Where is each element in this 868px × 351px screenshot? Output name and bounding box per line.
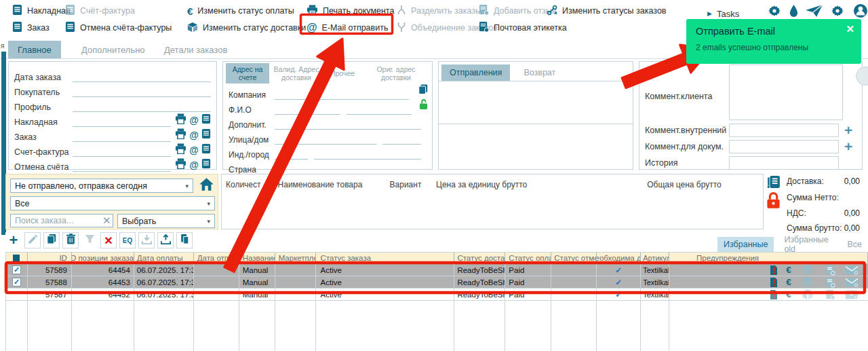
doc-warning-icon[interactable] (768, 289, 779, 300)
client-comment-textarea[interactable] (729, 64, 843, 120)
tab-valid-shipping-address[interactable]: Валид. Адрес доставки (272, 63, 321, 84)
copy-button[interactable] (43, 232, 60, 248)
col-warnings-header[interactable]: Предупреждения (669, 253, 868, 263)
clear-filter-button[interactable]: ✕ (100, 232, 117, 248)
col-cancel-status-header[interactable]: Статус отмены (551, 253, 597, 263)
envelope-warning-icon[interactable] (845, 290, 859, 299)
document-icon[interactable] (201, 143, 211, 157)
row-checkbox[interactable]: ✓ (6, 264, 28, 276)
doc-star-warning-icon[interactable] (825, 265, 835, 276)
fio-first-input[interactable] (275, 105, 340, 115)
col-pay-status-header[interactable]: Статус оплаты (505, 253, 551, 263)
email-icon[interactable]: @ (189, 130, 199, 140)
toolbar-change-statuses-button[interactable]: Изменить статусы заказов (547, 4, 666, 18)
col-article-header[interactable]: Артикул (641, 253, 669, 263)
internal-comment-input[interactable] (729, 124, 839, 137)
doc-comment-input[interactable] (729, 140, 839, 153)
order-date-input[interactable] (73, 72, 211, 82)
paste-button[interactable] (176, 232, 193, 248)
country-code-input[interactable] (275, 164, 308, 174)
house-input[interactable] (382, 134, 422, 145)
document-icon[interactable] (201, 113, 211, 127)
print-icon[interactable] (175, 113, 186, 127)
select-dropdown[interactable]: Выбрать ▾ (117, 214, 215, 228)
additional-input[interactable] (275, 119, 421, 130)
tab-main[interactable]: Главное (8, 41, 61, 58)
buyer-input[interactable] (73, 87, 211, 97)
print-icon[interactable] (175, 143, 186, 157)
col-id-header[interactable]: ID (28, 253, 72, 263)
table-row[interactable]: ✓ 57588 64453 06.07.2025. 17:33:48 Manua… (5, 276, 868, 289)
delete-button[interactable] (62, 232, 79, 248)
envelope-warning-icon[interactable] (845, 278, 859, 287)
tab-returns[interactable]: Возврат (515, 64, 564, 81)
bill-input[interactable] (73, 147, 171, 157)
col-pos-header[interactable]: ID позиции заказа (72, 253, 134, 263)
col-paid-header[interactable]: Дата оплаты (134, 253, 194, 263)
import-button[interactable] (138, 232, 155, 248)
row-checkbox[interactable] (6, 289, 28, 300)
col-need-header[interactable]: Необходима д... (597, 253, 641, 263)
tasks-button[interactable]: ▶ Tasks (707, 7, 739, 20)
package-warning-icon[interactable] (801, 264, 814, 276)
street-input[interactable] (275, 134, 376, 145)
package-warning-icon[interactable] (801, 289, 814, 300)
tab-billing-address[interactable]: Адрес на счете (226, 63, 269, 84)
fio-last-input[interactable] (347, 105, 412, 115)
add-row-button[interactable]: + (5, 232, 22, 248)
toolbar-ship-status-button[interactable]: Изменить статус доставки (187, 21, 306, 35)
city-input[interactable] (314, 149, 421, 160)
profile-input[interactable] (73, 102, 211, 112)
tab-additional[interactable]: Дополнительно (72, 41, 155, 58)
envelope-warning-icon[interactable] (845, 265, 859, 275)
col-order-status-header[interactable]: Статус заказа (316, 253, 455, 263)
email-icon[interactable]: @ (189, 115, 199, 125)
row-checkbox[interactable]: ✓ (6, 276, 28, 288)
toolbar-order-button[interactable]: Заказ (12, 21, 50, 35)
advanced-search-button[interactable]: EQ (119, 232, 136, 248)
doc-star-warning-icon[interactable] (825, 277, 835, 288)
filter-button[interactable] (81, 232, 98, 248)
email-icon[interactable]: @ (189, 145, 199, 155)
toolbar-bill-button[interactable]: Счёт-фактура (65, 4, 135, 18)
col-name-header[interactable]: Название ... (239, 253, 275, 263)
print-icon[interactable] (175, 128, 186, 142)
copy-address-icon[interactable] (418, 84, 429, 98)
toolbar-bill-cancel-button[interactable]: Отмена счёта-фактуры (65, 21, 172, 35)
toolbar-invoice-button[interactable]: Накладная (12, 4, 71, 18)
lock-icon[interactable] (766, 191, 781, 212)
document-icon[interactable] (201, 158, 211, 172)
tab-other[interactable]: Прочее (323, 63, 361, 84)
doc-warning-icon[interactable] (768, 277, 779, 288)
table-row[interactable]: 57587 64452 06.07.2025. 17:33:48 Manual … (5, 289, 868, 301)
add-doc-comment-button[interactable]: + (844, 141, 852, 153)
euro-warning-icon[interactable]: € (786, 277, 791, 287)
status-filter-dropdown[interactable]: Не отправлено, отправка сегодня ▾ (10, 179, 193, 193)
tab-original-shipping-address[interactable]: Ориг. адрес доставки (364, 63, 428, 84)
edit-button[interactable] (24, 232, 41, 248)
send-plane-icon[interactable] (805, 4, 823, 20)
select-all-checkbox[interactable] (6, 253, 28, 263)
doc-warning-icon[interactable] (768, 265, 779, 276)
package-warning-icon[interactable] (801, 276, 814, 288)
delivery-doc-icon[interactable] (767, 175, 781, 191)
zip-input[interactable] (275, 149, 308, 160)
home-icon[interactable] (199, 177, 214, 194)
tab-shipments[interactable]: Отправления (441, 64, 510, 81)
euro-warning-icon[interactable]: € (786, 265, 791, 275)
bill-cancel-input[interactable] (73, 162, 171, 172)
toolbar-add-review-button[interactable]: Добавить отзыв (479, 4, 556, 18)
search-input[interactable] (10, 214, 113, 227)
export-button[interactable] (157, 232, 174, 248)
print-icon[interactable] (175, 158, 186, 172)
table-row[interactable]: ✓ 57589 64454 06.07.2025. 17:33:48 Manua… (5, 264, 868, 276)
document-icon[interactable] (201, 128, 211, 142)
scope-filter-dropdown[interactable]: Все ▾ (10, 196, 215, 210)
add-internal-comment-button[interactable]: + (844, 124, 852, 136)
toolbar-print-button[interactable]: Печать документа (307, 4, 394, 18)
euro-warning-icon[interactable]: € (786, 289, 791, 299)
tab-order-details[interactable]: Детали заказов (155, 41, 237, 58)
country-input[interactable] (314, 164, 421, 174)
drop-icon[interactable] (789, 4, 799, 21)
doc-star-warning-icon[interactable] (825, 289, 835, 300)
